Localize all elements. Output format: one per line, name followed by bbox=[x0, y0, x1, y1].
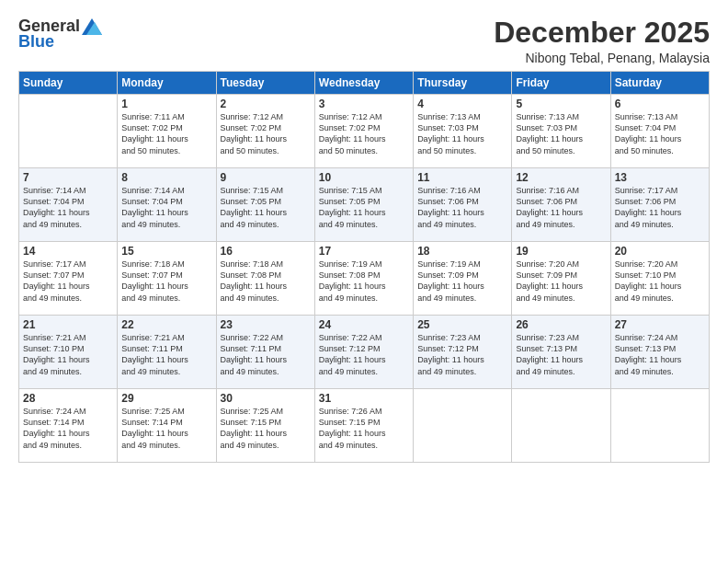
day-info: Sunrise: 7:13 AMSunset: 7:04 PMDaylight:… bbox=[615, 111, 705, 156]
day-number: 12 bbox=[516, 171, 606, 184]
day-info: Sunrise: 7:19 AMSunset: 7:08 PMDaylight:… bbox=[319, 259, 409, 304]
day-info: Sunrise: 7:19 AMSunset: 7:09 PMDaylight:… bbox=[417, 259, 507, 304]
col-friday: Friday bbox=[512, 72, 610, 95]
calendar-cell: 2Sunrise: 7:12 AMSunset: 7:02 PMDaylight… bbox=[216, 95, 314, 168]
calendar-cell: 31Sunrise: 7:26 AMSunset: 7:15 PMDayligh… bbox=[314, 389, 413, 463]
calendar-cell bbox=[512, 389, 610, 463]
day-number: 4 bbox=[417, 98, 507, 110]
logo: General Blue bbox=[18, 17, 102, 52]
calendar-cell: 24Sunrise: 7:22 AMSunset: 7:12 PMDayligh… bbox=[314, 316, 413, 389]
day-number: 15 bbox=[121, 245, 211, 258]
col-thursday: Thursday bbox=[414, 72, 512, 95]
day-number: 9 bbox=[221, 171, 311, 184]
day-info: Sunrise: 7:21 AMSunset: 7:10 PMDaylight:… bbox=[23, 332, 113, 377]
calendar-cell: 9Sunrise: 7:15 AMSunset: 7:05 PMDaylight… bbox=[216, 168, 314, 242]
day-number: 2 bbox=[221, 98, 311, 110]
day-number: 29 bbox=[121, 392, 211, 405]
day-info: Sunrise: 7:16 AMSunset: 7:06 PMDaylight:… bbox=[417, 185, 507, 230]
day-number: 11 bbox=[417, 171, 507, 184]
calendar-cell: 1Sunrise: 7:11 AMSunset: 7:02 PMDaylight… bbox=[118, 95, 216, 168]
day-info: Sunrise: 7:17 AMSunset: 7:06 PMDaylight:… bbox=[615, 185, 705, 230]
day-number: 1 bbox=[121, 98, 211, 110]
day-info: Sunrise: 7:25 AMSunset: 7:15 PMDaylight:… bbox=[221, 406, 311, 451]
day-info: Sunrise: 7:20 AMSunset: 7:10 PMDaylight:… bbox=[615, 259, 705, 304]
calendar-cell: 11Sunrise: 7:16 AMSunset: 7:06 PMDayligh… bbox=[414, 168, 512, 242]
day-number: 20 bbox=[615, 245, 705, 258]
day-number: 21 bbox=[23, 318, 113, 331]
month-title: December 2025 bbox=[494, 17, 710, 49]
day-number: 31 bbox=[319, 392, 409, 405]
day-info: Sunrise: 7:18 AMSunset: 7:07 PMDaylight:… bbox=[121, 259, 211, 304]
calendar-cell: 30Sunrise: 7:25 AMSunset: 7:15 PMDayligh… bbox=[216, 389, 314, 463]
day-info: Sunrise: 7:22 AMSunset: 7:12 PMDaylight:… bbox=[319, 332, 409, 377]
calendar-cell: 22Sunrise: 7:21 AMSunset: 7:11 PMDayligh… bbox=[118, 316, 216, 389]
calendar-cell: 15Sunrise: 7:18 AMSunset: 7:07 PMDayligh… bbox=[118, 242, 216, 316]
calendar-cell: 8Sunrise: 7:14 AMSunset: 7:04 PMDaylight… bbox=[118, 168, 216, 242]
day-number: 22 bbox=[121, 318, 211, 331]
calendar-cell: 27Sunrise: 7:24 AMSunset: 7:13 PMDayligh… bbox=[610, 316, 709, 389]
logo-icon bbox=[82, 18, 102, 35]
day-info: Sunrise: 7:13 AMSunset: 7:03 PMDaylight:… bbox=[516, 111, 606, 156]
week-row-0: 1Sunrise: 7:11 AMSunset: 7:02 PMDaylight… bbox=[19, 95, 710, 168]
day-info: Sunrise: 7:23 AMSunset: 7:13 PMDaylight:… bbox=[516, 332, 606, 377]
day-info: Sunrise: 7:12 AMSunset: 7:02 PMDaylight:… bbox=[221, 111, 311, 156]
calendar-cell: 17Sunrise: 7:19 AMSunset: 7:08 PMDayligh… bbox=[314, 242, 413, 316]
calendar-cell: 14Sunrise: 7:17 AMSunset: 7:07 PMDayligh… bbox=[19, 242, 118, 316]
header: General Blue December 2025 Nibong Tebal,… bbox=[18, 17, 710, 65]
day-info: Sunrise: 7:15 AMSunset: 7:05 PMDaylight:… bbox=[319, 185, 409, 230]
calendar-cell: 29Sunrise: 7:25 AMSunset: 7:14 PMDayligh… bbox=[118, 389, 216, 463]
day-number: 8 bbox=[121, 171, 211, 184]
day-info: Sunrise: 7:24 AMSunset: 7:14 PMDaylight:… bbox=[23, 406, 113, 451]
calendar-cell: 12Sunrise: 7:16 AMSunset: 7:06 PMDayligh… bbox=[512, 168, 610, 242]
calendar-cell: 5Sunrise: 7:13 AMSunset: 7:03 PMDaylight… bbox=[512, 95, 610, 168]
day-number: 24 bbox=[319, 318, 409, 331]
calendar-cell: 19Sunrise: 7:20 AMSunset: 7:09 PMDayligh… bbox=[512, 242, 610, 316]
day-number: 3 bbox=[319, 98, 409, 110]
calendar-cell bbox=[610, 389, 709, 463]
calendar-cell: 7Sunrise: 7:14 AMSunset: 7:04 PMDaylight… bbox=[19, 168, 118, 242]
week-row-1: 7Sunrise: 7:14 AMSunset: 7:04 PMDaylight… bbox=[19, 168, 710, 242]
calendar-cell: 21Sunrise: 7:21 AMSunset: 7:10 PMDayligh… bbox=[19, 316, 118, 389]
day-number: 30 bbox=[221, 392, 311, 405]
day-info: Sunrise: 7:14 AMSunset: 7:04 PMDaylight:… bbox=[121, 185, 211, 230]
calendar-cell bbox=[414, 389, 512, 463]
calendar-cell: 18Sunrise: 7:19 AMSunset: 7:09 PMDayligh… bbox=[414, 242, 512, 316]
calendar-cell: 26Sunrise: 7:23 AMSunset: 7:13 PMDayligh… bbox=[512, 316, 610, 389]
week-row-4: 28Sunrise: 7:24 AMSunset: 7:14 PMDayligh… bbox=[19, 389, 710, 463]
calendar-cell: 23Sunrise: 7:22 AMSunset: 7:11 PMDayligh… bbox=[216, 316, 314, 389]
day-number: 27 bbox=[615, 318, 705, 331]
day-number: 18 bbox=[417, 245, 507, 258]
calendar-cell: 28Sunrise: 7:24 AMSunset: 7:14 PMDayligh… bbox=[19, 389, 118, 463]
day-info: Sunrise: 7:21 AMSunset: 7:11 PMDaylight:… bbox=[121, 332, 211, 377]
logo-blue-text: Blue bbox=[18, 32, 54, 52]
day-info: Sunrise: 7:22 AMSunset: 7:11 PMDaylight:… bbox=[221, 332, 311, 377]
day-number: 17 bbox=[319, 245, 409, 258]
calendar-cell: 4Sunrise: 7:13 AMSunset: 7:03 PMDaylight… bbox=[414, 95, 512, 168]
day-number: 6 bbox=[615, 98, 705, 110]
day-number: 14 bbox=[23, 245, 113, 258]
col-saturday: Saturday bbox=[610, 72, 709, 95]
day-info: Sunrise: 7:12 AMSunset: 7:02 PMDaylight:… bbox=[319, 111, 409, 156]
calendar: Sunday Monday Tuesday Wednesday Thursday… bbox=[18, 71, 710, 463]
day-number: 26 bbox=[516, 318, 606, 331]
day-info: Sunrise: 7:15 AMSunset: 7:05 PMDaylight:… bbox=[221, 185, 311, 230]
day-number: 13 bbox=[615, 171, 705, 184]
col-monday: Monday bbox=[118, 72, 216, 95]
day-number: 7 bbox=[23, 171, 113, 184]
day-number: 5 bbox=[516, 98, 606, 110]
col-tuesday: Tuesday bbox=[216, 72, 314, 95]
day-info: Sunrise: 7:25 AMSunset: 7:14 PMDaylight:… bbox=[121, 406, 211, 451]
col-sunday: Sunday bbox=[19, 72, 118, 95]
calendar-cell: 16Sunrise: 7:18 AMSunset: 7:08 PMDayligh… bbox=[216, 242, 314, 316]
page: General Blue December 2025 Nibong Tebal,… bbox=[0, 0, 728, 563]
week-row-2: 14Sunrise: 7:17 AMSunset: 7:07 PMDayligh… bbox=[19, 242, 710, 316]
day-info: Sunrise: 7:24 AMSunset: 7:13 PMDaylight:… bbox=[615, 332, 705, 377]
day-info: Sunrise: 7:16 AMSunset: 7:06 PMDaylight:… bbox=[516, 185, 606, 230]
day-number: 10 bbox=[319, 171, 409, 184]
calendar-cell: 10Sunrise: 7:15 AMSunset: 7:05 PMDayligh… bbox=[314, 168, 413, 242]
calendar-cell: 13Sunrise: 7:17 AMSunset: 7:06 PMDayligh… bbox=[610, 168, 709, 242]
day-info: Sunrise: 7:17 AMSunset: 7:07 PMDaylight:… bbox=[23, 259, 113, 304]
day-number: 19 bbox=[516, 245, 606, 258]
calendar-cell: 20Sunrise: 7:20 AMSunset: 7:10 PMDayligh… bbox=[610, 242, 709, 316]
calendar-cell bbox=[19, 95, 118, 168]
